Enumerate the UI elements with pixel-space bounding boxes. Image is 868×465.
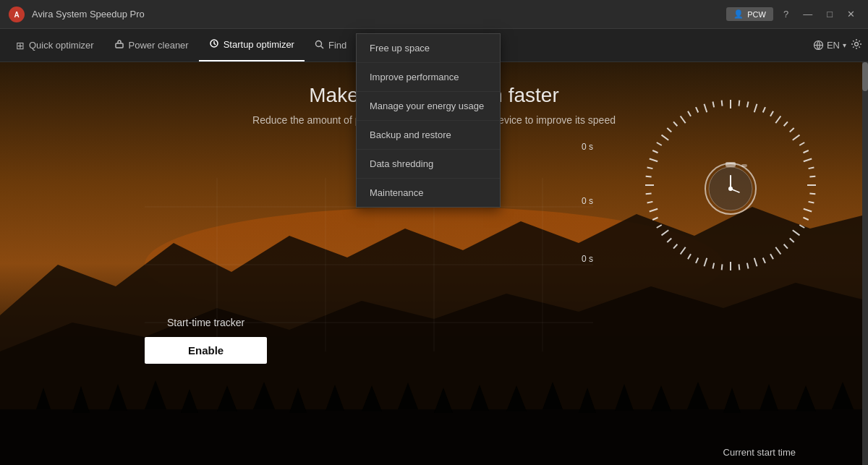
quick-optimizer-icon: ⊞ bbox=[16, 40, 25, 51]
svg-line-89 bbox=[646, 193, 652, 194]
svg-line-77 bbox=[712, 263, 714, 269]
quick-optimizer-label: Quick optimizer bbox=[29, 40, 94, 51]
svg-line-50 bbox=[770, 111, 773, 116]
svg-line-98 bbox=[673, 121, 677, 126]
nav-right: EN ▾ bbox=[813, 38, 862, 53]
svg-line-53 bbox=[790, 128, 794, 132]
svg-line-71 bbox=[763, 257, 765, 263]
svg-line-87 bbox=[650, 209, 658, 212]
tools-dropdown: Free up space Improve performance Manage… bbox=[356, 33, 501, 208]
svg-line-94 bbox=[652, 150, 658, 153]
svg-line-56 bbox=[803, 150, 808, 153]
svg-line-59 bbox=[809, 176, 815, 177]
dropdown-manage-energy[interactable]: Manage your energy usage bbox=[357, 92, 500, 121]
svg-line-86 bbox=[652, 218, 658, 220]
find-icon bbox=[315, 40, 324, 51]
svg-line-49 bbox=[763, 107, 765, 112]
svg-line-100 bbox=[688, 111, 691, 116]
svg-line-54 bbox=[793, 135, 800, 140]
svg-line-69 bbox=[775, 247, 780, 255]
svg-line-61 bbox=[809, 193, 815, 194]
svg-line-66 bbox=[793, 230, 800, 235]
tracker-box: Start-time tracker Enable bbox=[145, 317, 267, 364]
scrollbar-thumb[interactable] bbox=[862, 62, 868, 91]
svg-point-111 bbox=[728, 187, 733, 191]
settings-button[interactable] bbox=[851, 38, 862, 53]
svg-line-84 bbox=[662, 230, 669, 235]
svg-line-57 bbox=[804, 159, 812, 162]
svg-line-62 bbox=[809, 202, 814, 203]
svg-line-76 bbox=[722, 264, 723, 270]
timer-circle bbox=[629, 84, 832, 286]
svg-rect-2 bbox=[116, 43, 123, 48]
nav-find[interactable]: Find bbox=[305, 29, 357, 61]
svg-rect-108 bbox=[741, 164, 747, 167]
svg-line-97 bbox=[667, 128, 671, 132]
dropdown-data-shredding[interactable]: Data shredding bbox=[357, 150, 500, 179]
user-badge[interactable]: 👤 PCW bbox=[726, 7, 773, 21]
svg-line-68 bbox=[784, 244, 788, 249]
user-label: PCW bbox=[747, 10, 766, 19]
svg-line-82 bbox=[673, 244, 677, 249]
dropdown-improve-performance[interactable]: Improve performance bbox=[357, 63, 500, 92]
svg-line-101 bbox=[696, 107, 698, 112]
svg-line-88 bbox=[647, 202, 653, 203]
svg-line-5 bbox=[320, 46, 323, 48]
svg-line-72 bbox=[754, 258, 757, 266]
svg-point-4 bbox=[315, 40, 321, 46]
maximize-button[interactable]: □ bbox=[822, 9, 837, 20]
language-label: EN bbox=[827, 40, 840, 51]
nav-startup-optimizer[interactable]: Startup optimizer bbox=[199, 29, 305, 61]
dropdown-maintenance[interactable]: Maintenance bbox=[357, 179, 500, 207]
current-start-time: Current start time bbox=[723, 447, 796, 458]
svg-line-51 bbox=[775, 116, 780, 124]
minimize-button[interactable]: — bbox=[799, 9, 817, 20]
power-cleaner-icon bbox=[114, 39, 124, 51]
nav-power-cleaner[interactable]: Power cleaner bbox=[104, 29, 199, 61]
svg-point-8 bbox=[855, 42, 859, 46]
svg-line-93 bbox=[650, 159, 658, 162]
svg-line-95 bbox=[657, 142, 662, 145]
dropdown-free-up-space[interactable]: Free up space bbox=[357, 34, 500, 63]
title-bar: A Avira System Speedup Pro 👤 PCW ? — □ ✕ bbox=[0, 0, 868, 29]
dropdown-backup-restore[interactable]: Backup and restore bbox=[357, 121, 500, 150]
svg-line-78 bbox=[705, 258, 707, 266]
svg-line-52 bbox=[784, 121, 788, 126]
svg-line-46 bbox=[739, 101, 739, 106]
language-selector[interactable]: EN ▾ bbox=[813, 40, 846, 51]
find-label: Find bbox=[328, 40, 346, 51]
svg-line-99 bbox=[681, 116, 686, 124]
svg-line-102 bbox=[705, 104, 707, 112]
svg-text:A: A bbox=[14, 11, 19, 19]
svg-line-67 bbox=[790, 239, 794, 242]
user-icon: 👤 bbox=[733, 9, 744, 19]
svg-line-47 bbox=[747, 102, 749, 108]
svg-line-103 bbox=[712, 102, 714, 108]
time-label-2: 0 s bbox=[582, 196, 593, 206]
time-label-1: 0 s bbox=[582, 142, 593, 152]
svg-line-63 bbox=[804, 209, 812, 212]
window-controls: 👤 PCW ? — □ ✕ bbox=[726, 7, 859, 21]
svg-line-80 bbox=[688, 254, 691, 259]
enable-button[interactable]: Enable bbox=[145, 337, 267, 364]
svg-line-74 bbox=[739, 264, 739, 270]
help-button[interactable]: ? bbox=[779, 9, 793, 20]
app-title: Avira System Speedup Pro bbox=[32, 9, 145, 20]
close-button[interactable]: ✕ bbox=[843, 9, 859, 20]
startup-optimizer-label: Startup optimizer bbox=[224, 39, 294, 50]
svg-line-81 bbox=[681, 247, 686, 255]
svg-line-83 bbox=[667, 239, 671, 242]
svg-line-85 bbox=[657, 225, 662, 228]
svg-line-91 bbox=[646, 176, 652, 177]
svg-line-48 bbox=[754, 104, 757, 112]
startup-optimizer-icon bbox=[209, 38, 219, 51]
svg-line-96 bbox=[662, 135, 669, 140]
svg-line-92 bbox=[647, 167, 653, 168]
svg-line-55 bbox=[799, 142, 804, 145]
nav-quick-optimizer[interactable]: ⊞ Quick optimizer bbox=[6, 29, 104, 61]
svg-line-64 bbox=[803, 218, 808, 220]
tracker-label: Start-time tracker bbox=[145, 317, 267, 328]
scrollbar[interactable] bbox=[862, 62, 868, 465]
svg-line-79 bbox=[696, 257, 698, 263]
svg-line-65 bbox=[799, 225, 804, 228]
